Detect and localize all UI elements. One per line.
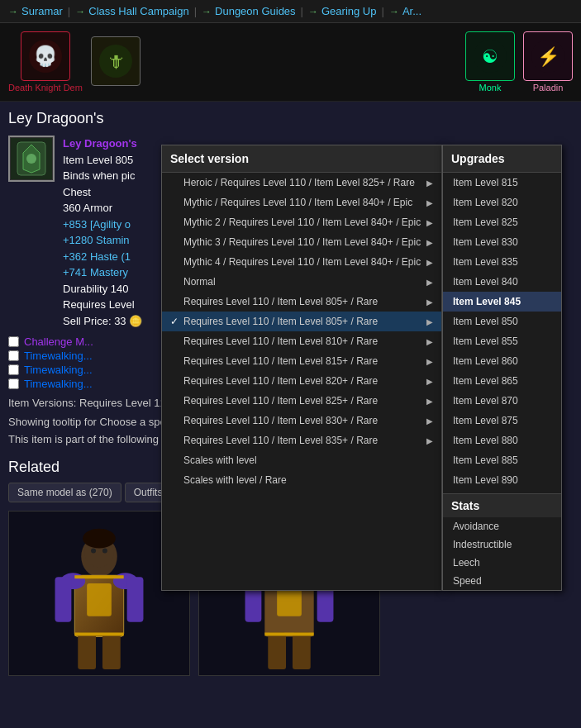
- nav-item-dungeon[interactable]: → Dungeon Guides: [202, 5, 296, 17]
- challenge-label-0[interactable]: Challenge M...: [24, 335, 93, 348]
- nav-arrow: →: [308, 6, 318, 17]
- class-label-monk[interactable]: Monk: [479, 83, 502, 93]
- dropdown-arrow-9: ▶: [426, 357, 433, 366]
- stats-panel: Stats AvoidanceIndestructibleLeechSpeed: [443, 493, 561, 590]
- dropdown-item-4[interactable]: Mythic 4 / Requires Level 110 / Item Lev…: [162, 252, 441, 272]
- dropdown-item-label-1: Mythic / Requires Level 110 / Item Level…: [183, 197, 426, 208]
- timewalking-checkbox-0[interactable]: [8, 350, 19, 361]
- dropdown-item-0[interactable]: Heroic / Requires Level 110 / Item Level…: [162, 173, 441, 193]
- dropdown-arrow-6: ▶: [426, 297, 433, 307]
- class-label-paladin[interactable]: Paladin: [533, 83, 564, 93]
- class-col-paladin: ⚡ Paladin: [523, 31, 573, 93]
- dropdown-arrow-7: ▶: [426, 317, 433, 326]
- svg-point-25: [102, 549, 107, 554]
- dropdown-item-label-10: Requires Level 110 / Item Level 820+ / R…: [183, 375, 426, 387]
- class-icon-death-knight[interactable]: 💀: [21, 31, 70, 81]
- dropdown-item-label-13: Requires Level 110 / Item Level 835+ / R…: [183, 435, 426, 446]
- upgrade-item-6[interactable]: Item Level 845: [443, 292, 561, 312]
- dropdown-item-12[interactable]: Requires Level 110 / Item Level 830+ / R…: [162, 411, 441, 431]
- svg-text:🗡: 🗡: [107, 51, 125, 72]
- upgrade-item-0[interactable]: Item Level 815: [443, 173, 561, 193]
- dropdown-item-5[interactable]: Normal▶: [162, 272, 441, 292]
- dropdown-arrow-4: ▶: [426, 258, 433, 267]
- class-icon-paladin[interactable]: ⚡: [523, 31, 573, 81]
- upgrade-item-15[interactable]: Item Level 890: [443, 470, 561, 490]
- svg-rect-18: [87, 583, 112, 616]
- nav-arrow: →: [389, 6, 399, 17]
- upgrade-item-2[interactable]: Item Level 825: [443, 212, 561, 232]
- upgrade-item-12[interactable]: Item Level 875: [443, 411, 561, 431]
- upgrade-item-8[interactable]: Item Level 855: [443, 331, 561, 351]
- dropdown-item-label-3: Mythic 3 / Requires Level 110 / Item Lev…: [183, 236, 426, 248]
- class-label-death-knight[interactable]: Death Knight Dem: [8, 83, 83, 93]
- checkmark-7: ✓: [170, 316, 183, 327]
- dropdown-item-label-2: Mythic 2 / Requires Level 110 / Item Lev…: [183, 216, 426, 228]
- dropdown-item-8[interactable]: Requires Level 110 / Item Level 810+ / R…: [162, 331, 441, 351]
- dropdown-item-11[interactable]: Requires Level 110 / Item Level 825+ / R…: [162, 391, 441, 411]
- timewalking-checkbox-1[interactable]: [8, 364, 19, 375]
- dropdown-item-9[interactable]: Requires Level 110 / Item Level 815+ / R…: [162, 351, 441, 371]
- class-row: 💀 Death Knight Dem 🗡 ☯ Monk ⚡: [0, 23, 581, 102]
- class-icon-unknown1[interactable]: 🗡: [91, 36, 140, 86]
- class-col-unknown1: 🗡: [91, 36, 140, 88]
- item-icon[interactable]: [8, 136, 55, 182]
- nav-item-ar[interactable]: → Ar...: [389, 5, 421, 17]
- dropdown-item-6[interactable]: Requires Level 110 / Item Level 805+ / R…: [162, 292, 441, 312]
- stats-item-2[interactable]: Leech: [443, 554, 561, 572]
- svg-point-24: [91, 549, 96, 554]
- upgrade-item-14[interactable]: Item Level 885: [443, 450, 561, 470]
- dropdown-item-15[interactable]: Scales with level / Rare: [162, 470, 441, 490]
- svg-rect-22: [127, 577, 144, 621]
- challenge-checkbox-0[interactable]: [8, 336, 19, 347]
- dropdown-item-label-4: Mythic 4 / Requires Level 110 / Item Lev…: [183, 256, 426, 268]
- dropdown-item-10[interactable]: Requires Level 110 / Item Level 820+ / R…: [162, 371, 441, 391]
- dropdown-item-label-7: Requires Level 110 / Item Level 805+ / R…: [183, 316, 426, 327]
- upgrade-item-5[interactable]: Item Level 840: [443, 272, 561, 292]
- svg-text:💀: 💀: [33, 44, 58, 68]
- dropdown-arrow-5: ▶: [426, 278, 433, 287]
- version-dropdown: Select version Heroic / Requires Level 1…: [161, 145, 442, 591]
- upgrade-item-10[interactable]: Item Level 865: [443, 371, 561, 391]
- timewalking-label-1[interactable]: Timewalking...: [24, 364, 93, 376]
- stats-item-3[interactable]: Speed: [443, 572, 561, 590]
- dropdown-item-3[interactable]: Mythic 3 / Requires Level 110 / Item Lev…: [162, 232, 441, 252]
- svg-rect-28: [74, 633, 123, 636]
- class-col-monk: ☯ Monk: [465, 31, 515, 93]
- dropdown-arrow-2: ▶: [426, 218, 433, 227]
- tab-same-model[interactable]: Same model as (270): [8, 483, 121, 502]
- dropdown-item-label-14: Scales with level: [183, 454, 433, 466]
- dropdown-arrow-12: ▶: [426, 416, 433, 426]
- nav-item-gearing[interactable]: → Gearing Up: [308, 5, 376, 17]
- dropdown-item-1[interactable]: Mythic / Requires Level 110 / Item Level…: [162, 193, 441, 212]
- upgrade-item-13[interactable]: Item Level 880: [443, 431, 561, 450]
- upgrade-item-11[interactable]: Item Level 870: [443, 391, 561, 411]
- upgrades-panel: Upgrades Item Level 815Item Level 820Ite…: [442, 145, 562, 591]
- timewalking-label-0[interactable]: Timewalking...: [24, 350, 93, 362]
- upgrade-item-7[interactable]: Item Level 850: [443, 312, 561, 331]
- nav-item-class-hall[interactable]: → Class Hall Campaign: [75, 5, 188, 17]
- upgrade-item-1[interactable]: Item Level 820: [443, 193, 561, 212]
- dropdown-item-13[interactable]: Requires Level 110 / Item Level 835+ / R…: [162, 431, 441, 450]
- dropdown-arrow-1: ▶: [426, 198, 433, 207]
- class-icon-monk[interactable]: ☯: [465, 31, 515, 81]
- svg-text:☯: ☯: [482, 46, 498, 67]
- dropdown-item-7[interactable]: ✓Requires Level 110 / Item Level 805+ / …: [162, 312, 441, 331]
- dropdown-item-label-15: Scales with level / Rare: [183, 474, 433, 486]
- navigation-bar: → Suramar | → Class Hall Campaign | → Du…: [0, 0, 581, 23]
- nav-item-suramar[interactable]: → Suramar: [8, 5, 63, 17]
- dropdown-item-14[interactable]: Scales with level: [162, 450, 441, 470]
- dropdown-item-2[interactable]: Mythic 2 / Requires Level 110 / Item Lev…: [162, 212, 441, 232]
- stats-item-0[interactable]: Avoidance: [443, 517, 561, 535]
- upgrade-item-3[interactable]: Item Level 830: [443, 232, 561, 252]
- dropdown-arrow-0: ▶: [426, 178, 433, 188]
- upgrade-item-9[interactable]: Item Level 860: [443, 351, 561, 371]
- upgrade-item-4[interactable]: Item Level 835: [443, 252, 561, 272]
- timewalking-checkbox-2[interactable]: [8, 378, 19, 389]
- timewalking-label-2[interactable]: Timewalking...: [24, 378, 93, 390]
- dropdown-item-label-0: Heroic / Requires Level 110 / Item Level…: [183, 177, 426, 188]
- nav-arrow: →: [8, 6, 18, 17]
- stats-item-1[interactable]: Indestructible: [443, 535, 561, 554]
- svg-rect-19: [78, 633, 96, 670]
- dropdown-item-label-5: Normal: [183, 276, 426, 288]
- dropdown-item-label-8: Requires Level 110 / Item Level 810+ / R…: [183, 335, 426, 347]
